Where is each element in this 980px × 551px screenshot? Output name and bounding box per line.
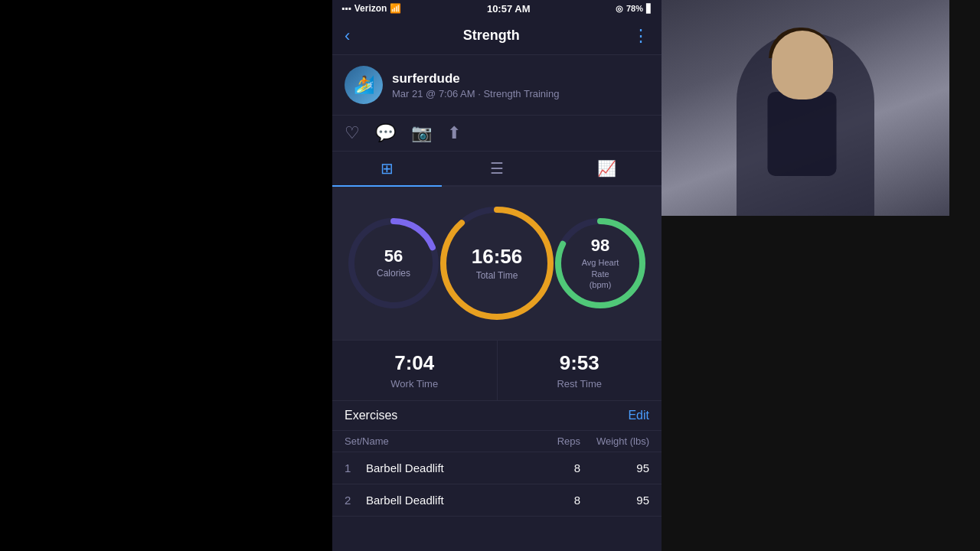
exercise-row: 2 Barbell Deadlift 8 95 [332, 484, 662, 517]
row-name-1: Barbell Deadlift [366, 461, 542, 474]
avatar: 🏄 [345, 66, 383, 104]
work-time-value: 7:04 [332, 351, 497, 375]
like-button[interactable]: ♡ [345, 123, 360, 143]
total-time-circle: 16:56 Total Time [436, 202, 558, 324]
status-left: ▪▪▪ Verizon 📶 [341, 3, 401, 14]
rest-time-stat: 9:53 Rest Time [498, 341, 662, 400]
total-time-value: 16:56 [472, 245, 523, 269]
heart-rate-label: Avg Heart Rate(bpm) [576, 258, 626, 291]
circles-section: 56 Calories 16:56 Total Time [332, 187, 662, 341]
user-info: surferdude Mar 21 @ 7:06 AM · Strength T… [392, 71, 559, 99]
exercises-header: Exercises Edit [332, 401, 662, 431]
back-button[interactable]: ‹ [345, 26, 350, 46]
log-tab-icon: ☰ [490, 159, 504, 178]
main-content: 🏄 surferdude Mar 21 @ 7:06 AM · Strength… [332, 55, 662, 551]
wifi-icon: 📶 [390, 3, 401, 14]
status-bar: ▪▪▪ Verizon 📶 10:57 AM ◎ 78% ▋ [332, 0, 662, 17]
exercise-table-header: Set/Name Reps Weight (lbs) [332, 431, 662, 452]
user-meta: Mar 21 @ 7:06 AM · Strength Training [392, 88, 559, 99]
exercise-row: 1 Barbell Deadlift 8 95 [332, 452, 662, 484]
user-section: 🏄 surferdude Mar 21 @ 7:06 AM · Strength… [332, 55, 662, 116]
heart-rate-value: 98 [576, 236, 626, 256]
heart-rate-circle: 98 Avg Heart Rate(bpm) [550, 214, 650, 313]
location-icon: ◎ [616, 4, 623, 14]
left-background [0, 0, 332, 551]
calories-circle: 56 Calories [344, 214, 443, 313]
total-time-text: 16:56 Total Time [472, 245, 523, 282]
status-time: 10:57 AM [487, 3, 531, 15]
username: surferdude [392, 71, 559, 86]
battery-icon: ▋ [646, 4, 652, 14]
share-button[interactable]: ⬆ [447, 123, 461, 143]
row-name-2: Barbell Deadlift [366, 494, 542, 507]
col-reps: Reps [542, 435, 580, 447]
hair-silhouette [769, 28, 833, 58]
comment-button[interactable]: 💬 [375, 123, 396, 143]
work-time-label: Work Time [332, 378, 497, 390]
row-reps-1: 8 [542, 461, 580, 474]
row-reps-2: 8 [542, 494, 580, 507]
rest-time-label: Rest Time [498, 378, 662, 390]
heart-rate-svg: 98 Avg Heart Rate(bpm) [550, 214, 650, 313]
calories-text: 56 Calories [377, 246, 410, 280]
calories-label: Calories [377, 268, 410, 280]
rest-time-value: 9:53 [498, 351, 662, 375]
phone-screen: ▪▪▪ Verizon 📶 10:57 AM ◎ 78% ▋ ‹ Strengt… [332, 0, 662, 551]
row-num-1: 1 [345, 461, 360, 474]
tab-stats[interactable]: ⊞ [332, 152, 442, 187]
exercises-title: Exercises [345, 409, 397, 422]
nav-bar: ‹ Strength ⋮ [332, 17, 662, 55]
tab-chart[interactable]: 📈 [552, 152, 662, 187]
tab-bar: ⊞ ☰ 📈 [332, 152, 662, 187]
screenshot-button[interactable]: 📷 [411, 123, 432, 143]
col-set-name: Set/Name [345, 435, 542, 447]
chart-tab-icon: 📈 [597, 159, 616, 178]
total-time-svg: 16:56 Total Time [436, 202, 558, 324]
webcam-frame [662, 0, 949, 216]
row-weight-2: 95 [580, 494, 649, 507]
webcam-area [662, 0, 980, 551]
edit-button[interactable]: Edit [628, 409, 649, 422]
battery-label: 78% [626, 4, 643, 13]
calories-value: 56 [377, 246, 410, 266]
more-menu-button[interactable]: ⋮ [632, 26, 649, 46]
carrier-label: Verizon [354, 3, 387, 14]
tab-log[interactable]: ☰ [442, 152, 551, 187]
stats-tab-icon: ⊞ [381, 159, 394, 178]
calories-svg: 56 Calories [344, 214, 443, 313]
shirt-silhouette [768, 92, 837, 176]
time-stats: 7:04 Work Time 9:53 Rest Time [332, 341, 662, 401]
page-title: Strength [463, 28, 520, 44]
total-time-label: Total Time [472, 270, 523, 282]
action-bar: ♡ 💬 📷 ⬆ [332, 116, 662, 152]
col-weight: Weight (lbs) [580, 435, 649, 447]
status-right: ◎ 78% ▋ [616, 4, 652, 14]
heart-rate-text: 98 Avg Heart Rate(bpm) [576, 236, 626, 290]
row-weight-1: 95 [580, 461, 649, 474]
row-num-2: 2 [345, 494, 360, 507]
beard-silhouette [779, 83, 825, 98]
signal-icon: ▪▪▪ [341, 3, 351, 14]
work-time-stat: 7:04 Work Time [332, 341, 498, 400]
